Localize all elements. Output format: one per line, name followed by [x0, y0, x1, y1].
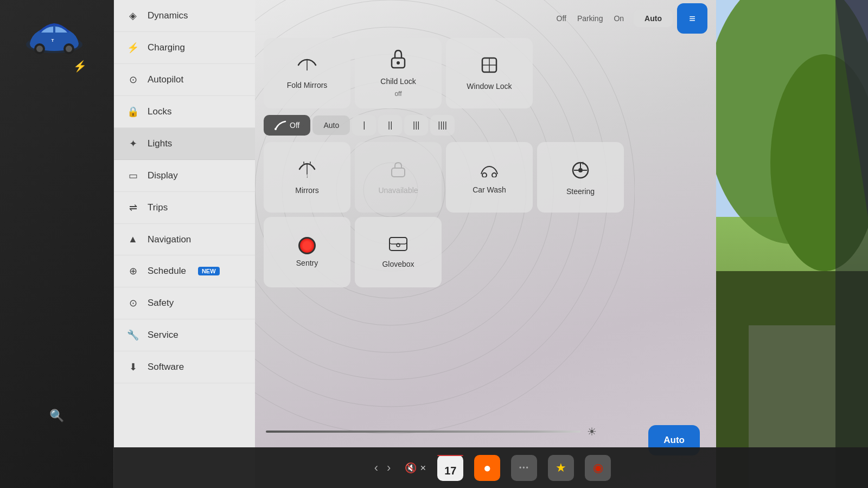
volume-x-icon: ✕: [420, 464, 426, 472]
navigation-icon: ▲: [127, 234, 139, 245]
sidebar-label-display: Display: [148, 170, 178, 181]
sidebar-item-trips[interactable]: ⇌ Trips: [114, 192, 255, 224]
off-label: Off: [557, 14, 566, 23]
taskbar: ‹ › 🔇 ✕ 17 ● ••• ★ ◉: [114, 447, 868, 488]
tile-fold-mirrors[interactable]: Fold Mirrors: [264, 38, 350, 108]
mirrors-icon: ↕: [297, 160, 317, 182]
unavailable-icon: [390, 160, 407, 182]
wiper-speed4-button[interactable]: ||||: [430, 115, 455, 136]
sidebar-item-display[interactable]: ▭ Display: [114, 160, 255, 192]
sidebar-item-dynamics[interactable]: ◈ Dynamics: [114, 0, 255, 32]
wiper-speed3-button[interactable]: |||: [404, 115, 428, 136]
tile-glovebox[interactable]: Glovebox: [355, 217, 442, 287]
glovebox-label: Glovebox: [382, 260, 414, 268]
taskbar-dots-button[interactable]: •••: [511, 455, 537, 481]
brightness-bar: ☀: [255, 419, 608, 445]
taskbar-star-button[interactable]: ★: [548, 455, 574, 481]
sidebar-label-trips: Trips: [148, 202, 168, 213]
charging-icon: ⚡: [127, 42, 139, 54]
fold-mirrors-label: Fold Mirrors: [287, 81, 328, 89]
main-content: Off Parking On Auto ≡ Fold Mirrors Child…: [255, 0, 716, 488]
tile-child-lock[interactable]: Child Lock off: [355, 38, 442, 108]
sidebar: ◈ Dynamics ⚡ Charging ⊙ Autopilot 🔒 Lock…: [114, 0, 255, 488]
mirrors-label: Mirrors: [295, 186, 319, 195]
glovebox-icon: [388, 236, 408, 255]
sidebar-label-software: Software: [148, 362, 184, 373]
sidebar-item-schedule[interactable]: ⊕ Schedule NEW: [114, 255, 255, 287]
locks-icon: 🔒: [127, 106, 139, 118]
service-icon: 🔧: [127, 329, 139, 341]
orange-icon: ●: [483, 460, 492, 476]
window-lock-label: Window Lock: [467, 82, 512, 91]
top-right-button[interactable]: ≡: [677, 3, 707, 34]
svg-point-4: [66, 46, 72, 52]
back-button[interactable]: ‹: [371, 458, 381, 478]
tile-mirrors[interactable]: ↕ Mirrors: [264, 142, 350, 213]
parking-label: Parking: [577, 14, 603, 23]
sidebar-item-autopilot[interactable]: ⊙ Autopilot: [114, 64, 255, 96]
new-badge: NEW: [198, 267, 220, 275]
sidebar-label-charging: Charging: [148, 42, 185, 53]
wiper-speed1-button[interactable]: |: [352, 115, 376, 136]
sidebar-item-charging[interactable]: ⚡ Charging: [114, 32, 255, 64]
sidebar-item-service[interactable]: 🔧 Service: [114, 319, 255, 351]
sidebar-label-schedule: Schedule: [148, 266, 186, 277]
outdoor-photo: [716, 0, 868, 488]
car-area: T ⚡ 🔍: [0, 0, 114, 488]
menu-icon: ≡: [689, 12, 695, 25]
sidebar-item-lights[interactable]: ✦ Lights: [114, 128, 255, 160]
sidebar-item-software[interactable]: ⬇ Software: [114, 351, 255, 383]
dynamics-icon: ◈: [127, 10, 139, 22]
wiper-speed2-button[interactable]: ||: [378, 115, 402, 136]
sidebar-label-autopilot: Autopilot: [148, 74, 183, 85]
sidebar-label-service: Service: [148, 330, 178, 341]
taskbar-calendar[interactable]: 17: [437, 455, 463, 481]
sidebar-label-lights: Lights: [148, 138, 172, 149]
sidebar-item-navigation[interactable]: ▲ Navigation: [114, 224, 255, 255]
charge-indicator: ⚡: [73, 60, 87, 73]
volume-area: 🔇 ✕: [405, 462, 426, 474]
fold-mirrors-icon: [297, 57, 317, 76]
sidebar-item-locks[interactable]: 🔒 Locks: [114, 96, 255, 128]
car-wash-icon: [479, 161, 500, 181]
svg-point-22: [492, 173, 496, 177]
car-image: T ⚡: [22, 16, 92, 87]
sentry-label: Sentry: [296, 259, 318, 267]
joystick-icon: ◉: [593, 461, 603, 475]
tile-unavailable[interactable]: Unavailable: [355, 142, 442, 213]
brightness-slider[interactable]: [266, 431, 580, 433]
dots-icon: •••: [519, 464, 529, 472]
sidebar-item-safety[interactable]: ⊙ Safety: [114, 287, 255, 319]
child-lock-sublabel: off: [394, 90, 401, 98]
tile-sentry[interactable]: Sentry: [264, 217, 350, 287]
trips-icon: ⇌: [127, 202, 139, 214]
safety-icon: ⊙: [127, 297, 139, 309]
parking-auto-button[interactable]: Auto: [634, 10, 673, 27]
search-icon: 🔍: [49, 409, 64, 422]
sidebar-label-dynamics: Dynamics: [148, 10, 188, 21]
svg-rect-27: [390, 237, 407, 244]
calendar-date: 17: [444, 465, 456, 477]
wiper-auto-button[interactable]: Auto: [312, 115, 350, 135]
tile-steering[interactable]: ↕ Steering: [537, 142, 624, 213]
car-wash-label: Car Wash: [473, 185, 506, 194]
tile-car-wash[interactable]: Car Wash: [446, 142, 533, 213]
wiper-off-button[interactable]: Off: [264, 115, 310, 136]
window-lock-icon: [481, 56, 498, 78]
top-parking-row: Off Parking On Auto ≡: [255, 0, 716, 34]
svg-point-24: [578, 168, 583, 172]
sidebar-label-safety: Safety: [148, 298, 174, 309]
volume-icon: 🔇: [405, 462, 417, 474]
search-icon-area[interactable]: 🔍: [49, 409, 64, 423]
svg-text:↕: ↕: [306, 174, 308, 178]
forward-button[interactable]: ›: [384, 458, 394, 478]
svg-text:T: T: [51, 38, 54, 43]
taskbar-joystick-button[interactable]: ◉: [585, 455, 611, 481]
steering-label: Steering: [566, 187, 595, 196]
on-label: On: [614, 14, 624, 23]
child-lock-label: Child Lock: [380, 77, 416, 86]
svg-rect-20: [392, 168, 405, 177]
tile-window-lock[interactable]: Window Lock: [446, 38, 533, 108]
outdoor-scene-svg: [716, 0, 868, 488]
taskbar-orange-button[interactable]: ●: [474, 455, 500, 481]
